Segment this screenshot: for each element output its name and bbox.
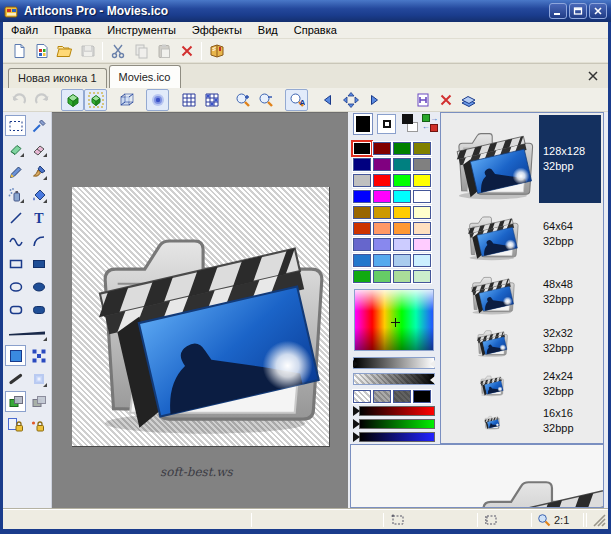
palette-swatch-28[interactable]	[353, 254, 371, 267]
eraser-soft-tool[interactable]	[5, 138, 26, 159]
palette-swatch-7[interactable]	[413, 158, 431, 171]
palette-swatch-35[interactable]	[413, 270, 431, 283]
smooth-dot-button[interactable]	[146, 89, 169, 111]
delete-image-button[interactable]	[434, 89, 457, 111]
palette-swatch-10[interactable]	[393, 174, 411, 187]
blue-slider[interactable]	[359, 432, 435, 442]
drawing-canvas[interactable]: soft-best.ws	[52, 112, 348, 509]
grid-button[interactable]	[177, 89, 200, 111]
brightness-right-marker[interactable]	[430, 360, 435, 368]
eraser-tool[interactable]	[28, 138, 49, 159]
tab-close-button[interactable]	[586, 69, 600, 83]
swap-colors-button[interactable]: →←	[422, 114, 438, 132]
palette-swatch-33[interactable]	[373, 270, 391, 283]
color-picker-tool[interactable]	[28, 115, 49, 136]
resize-grip[interactable]	[593, 514, 606, 529]
palette-swatch-34[interactable]	[393, 270, 411, 283]
redo-button[interactable]	[30, 89, 53, 111]
undo-button[interactable]	[7, 89, 30, 111]
menu-item-1[interactable]: Правка	[46, 22, 99, 38]
draw-3d-selection-button[interactable]	[84, 89, 107, 111]
close-button[interactable]	[589, 3, 607, 19]
size-item-64[interactable]: 64x6432bpp	[443, 203, 601, 265]
green-slider[interactable]	[359, 419, 435, 429]
text-tool[interactable]: T	[28, 207, 49, 228]
rainbow-color-picker[interactable]	[354, 289, 434, 351]
fill-tool[interactable]	[28, 184, 49, 205]
help-button[interactable]	[205, 40, 228, 62]
ellipse-tool[interactable]	[5, 276, 26, 297]
tab-movies-ico[interactable]: Movies.ico	[109, 65, 181, 88]
palette-swatch-11[interactable]	[413, 174, 431, 187]
size-item-128[interactable]: 128x12832bpp	[443, 115, 601, 203]
restore-button[interactable]	[569, 3, 587, 19]
palette-swatch-2[interactable]	[393, 142, 411, 155]
palette-swatch-8[interactable]	[353, 174, 371, 187]
grid-pattern-button[interactable]	[200, 89, 223, 111]
alpha-33-swatch[interactable]	[373, 390, 391, 403]
copy-button[interactable]	[129, 40, 152, 62]
palette-swatch-21[interactable]	[373, 222, 391, 235]
palette-swatch-14[interactable]	[393, 190, 411, 203]
red-slider-thumb[interactable]	[353, 406, 360, 416]
select-tool[interactable]	[5, 115, 26, 136]
menu-item-0[interactable]: Файл	[3, 22, 46, 38]
rounded-rectangle-tool[interactable]	[5, 299, 26, 320]
formats-button[interactable]	[411, 89, 434, 111]
curve-tool[interactable]	[5, 230, 26, 251]
transparency-slider[interactable]	[353, 373, 435, 385]
palette-swatch-6[interactable]	[393, 158, 411, 171]
blue-slider-thumb[interactable]	[353, 432, 360, 442]
shift-left-button[interactable]	[316, 89, 339, 111]
zoom-out-button[interactable]	[254, 89, 277, 111]
palette-swatch-32[interactable]	[353, 270, 371, 283]
new-icon-button[interactable]	[7, 40, 30, 62]
menu-item-4[interactable]: Вид	[250, 22, 286, 38]
size-item-32[interactable]: 32x3232bpp	[443, 319, 601, 363]
open-button[interactable]	[53, 40, 76, 62]
new-from-image-button[interactable]	[30, 40, 53, 62]
arc-tool[interactable]	[28, 230, 49, 251]
brush-tool[interactable]	[28, 161, 49, 182]
palette-swatch-22[interactable]	[393, 222, 411, 235]
palette-swatch-19[interactable]	[413, 206, 431, 219]
palette-swatch-20[interactable]	[353, 222, 371, 235]
size-item-48[interactable]: 48x4832bpp	[443, 265, 601, 319]
background-color-swatch[interactable]	[377, 114, 395, 134]
palette-swatch-16[interactable]	[353, 206, 371, 219]
lock-colors-tool[interactable]	[28, 414, 49, 435]
palette-swatch-5[interactable]	[373, 158, 391, 171]
color-picker-crosshair[interactable]	[391, 318, 400, 327]
blur-tool[interactable]	[28, 368, 49, 389]
size-item-24[interactable]: 24x2432bpp	[443, 363, 601, 405]
palette-swatch-17[interactable]	[373, 206, 391, 219]
shift-right-button[interactable]	[362, 89, 385, 111]
palette-swatch-12[interactable]	[353, 190, 371, 203]
actual-size-button[interactable]: A	[285, 89, 308, 111]
red-slider[interactable]	[359, 406, 435, 416]
rectangle-tool[interactable]	[5, 253, 26, 274]
dither-tool[interactable]	[28, 345, 49, 366]
color-swatch-tool[interactable]	[5, 345, 26, 366]
palette-swatch-3[interactable]	[413, 142, 431, 155]
size-item-16[interactable]: 16x1632bpp	[443, 405, 601, 437]
palette-swatch-1[interactable]	[373, 142, 391, 155]
palette-swatch-0[interactable]	[353, 142, 371, 155]
palette-swatch-15[interactable]	[413, 190, 431, 203]
palette-swatch-9[interactable]	[373, 174, 391, 187]
green-slider-thumb[interactable]	[353, 419, 360, 429]
menu-item-3[interactable]: Эффекты	[184, 22, 250, 38]
alpha-66-swatch[interactable]	[393, 390, 411, 403]
icon-edit-area[interactable]	[72, 187, 330, 447]
pencil-tool[interactable]	[5, 161, 26, 182]
replace-color-tool[interactable]	[5, 391, 26, 412]
palette-swatch-26[interactable]	[393, 238, 411, 251]
alpha-0-swatch[interactable]	[353, 390, 371, 403]
palette-swatch-30[interactable]	[393, 254, 411, 267]
line-tool[interactable]	[5, 207, 26, 228]
replace-color-disabled-tool[interactable]	[28, 391, 49, 412]
menu-item-2[interactable]: Инструменты	[99, 22, 184, 38]
zoom-in-button[interactable]	[231, 89, 254, 111]
palette-swatch-27[interactable]	[413, 238, 431, 251]
palette-swatch-25[interactable]	[373, 238, 391, 251]
